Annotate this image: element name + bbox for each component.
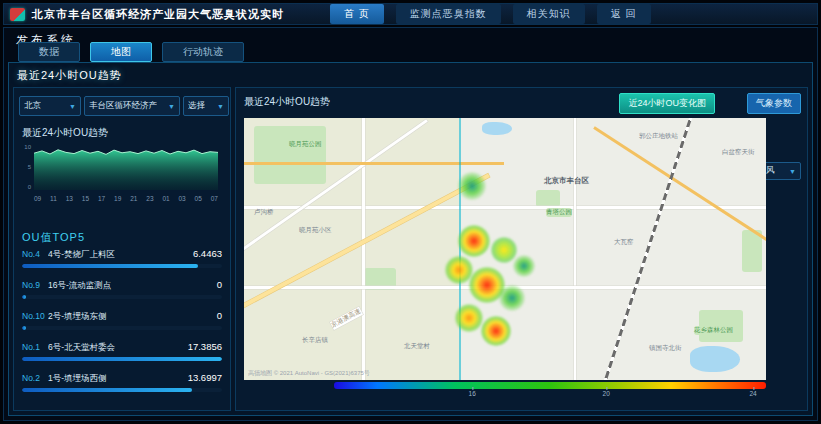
map-water-area (690, 346, 740, 372)
map-canvas[interactable]: 高德地图 © 2021 AutoNavi - GS(2021)6375号 晓月苑… (244, 118, 766, 380)
y-axis-tick: 10 (24, 144, 31, 150)
station-select[interactable]: 选择 ▼ (183, 96, 229, 116)
district-select-value: 丰台区循环经济产 (89, 100, 157, 112)
rank-label: No.9 (22, 280, 48, 290)
chevron-down-icon: ▼ (789, 168, 796, 175)
map-label: 白盆窑天街 (722, 148, 755, 157)
map-panel-title: 最近24小时OU趋势 (244, 95, 330, 109)
ou-value: 0 (217, 279, 222, 290)
main-panel: 最近24小时OU趋势 北京 ▼ 丰台区循环经济产 ▼ 选择 ▼ 最近24小时OU… (8, 62, 813, 416)
list-item[interactable]: No.10 2号-填埋场东侧 0 (22, 310, 222, 330)
heatmap-blob (499, 285, 525, 311)
x-axis-tick: 13 (66, 195, 73, 202)
map-label: 郭公庄地铁站 (639, 132, 678, 141)
nav-item-back[interactable]: 返 回 (597, 4, 651, 24)
trend-chart: 1050 091113151719212301030507 (18, 142, 228, 220)
ou-value: 0 (217, 310, 222, 321)
legend-ticks: 162024 (334, 389, 766, 399)
list-item[interactable]: No.2 1号-填埋场西侧 13.6997 (22, 372, 222, 392)
road (574, 118, 576, 380)
x-axis-tick: 19 (114, 195, 121, 202)
district-boundary-line (459, 118, 461, 380)
trend-area-chart (34, 144, 218, 190)
ou-value: 13.6997 (188, 372, 222, 383)
city-select-value: 北京 (24, 100, 41, 112)
chevron-down-icon: ▼ (217, 103, 224, 110)
tab-trajectory[interactable]: 行动轨迹 (162, 42, 244, 62)
progress-track (22, 388, 222, 392)
top-bar: 北京市丰台区循环经济产业园大气恶臭状况实时 首 页 监测点恶臭指数 相关知识 返… (3, 3, 818, 25)
heatmap-blob (491, 237, 517, 263)
progress-track (22, 264, 222, 268)
nav-item-home[interactable]: 首 页 (330, 4, 384, 24)
progress-fill (22, 326, 26, 330)
map-panel: 最近24小时OU趋势 近24小时OU变化图 气象参数 风 ▼ (235, 87, 808, 411)
station-select-value: 选择 (188, 100, 205, 112)
progress-track (22, 326, 222, 330)
y-axis-labels: 1050 (18, 144, 31, 190)
panel-title: 最近24小时OU趋势 (17, 68, 122, 83)
station-name: 6号-北天堂村委会 (48, 342, 188, 354)
chevron-down-icon: ▼ (69, 103, 76, 110)
progress-fill (22, 264, 198, 268)
district-select[interactable]: 丰台区循环经济产 ▼ (84, 96, 180, 116)
map-label: 北京市丰台区 (544, 176, 589, 186)
progress-fill (22, 295, 26, 299)
ou-change-map-button[interactable]: 近24小时OU变化图 (619, 93, 715, 114)
nav-item-knowledge[interactable]: 相关知识 (513, 4, 585, 24)
heatmap-blob (513, 255, 535, 277)
x-axis-tick: 09 (34, 195, 41, 202)
x-axis-labels: 091113151719212301030507 (34, 195, 218, 202)
chevron-down-icon: ▼ (168, 103, 175, 110)
nav-item-odor-index[interactable]: 监测点恶臭指数 (396, 4, 501, 24)
legend-tick-label: 16 (469, 390, 476, 397)
x-axis-tick: 01 (162, 195, 169, 202)
legend-tick-label: 24 (749, 390, 756, 397)
station-name: 2号-填埋场东侧 (48, 311, 217, 323)
station-name: 1号-填埋场西侧 (48, 373, 188, 385)
x-axis-tick: 03 (179, 195, 186, 202)
map-attribution: 高德地图 © 2021 AutoNavi - GS(2021)6375号 (248, 369, 370, 378)
legend-tick-label: 20 (603, 390, 610, 397)
wind-select[interactable]: 风 ▼ (761, 162, 801, 180)
heatmap-blob (469, 267, 505, 303)
heatmap-blob (458, 225, 490, 257)
road (244, 206, 766, 209)
main-nav: 首 页 监测点恶臭指数 相关知识 返 回 (330, 4, 651, 24)
rank-label: No.10 (22, 311, 48, 321)
filter-bar: 北京 ▼ 丰台区循环经济产 ▼ 选择 ▼ (19, 96, 229, 116)
map-park-area (699, 310, 743, 342)
ou-value: 17.3856 (188, 341, 222, 352)
rank-label: No.2 (22, 373, 48, 383)
ou-value: 6.4463 (193, 248, 222, 259)
map-water-area (482, 122, 512, 135)
progress-fill (22, 357, 222, 361)
city-select[interactable]: 北京 ▼ (19, 96, 81, 116)
map-park-area (536, 190, 560, 207)
y-axis-tick: 5 (28, 164, 31, 170)
road (244, 286, 766, 289)
tab-data[interactable]: 数据 (18, 42, 80, 62)
y-axis-tick: 0 (28, 184, 31, 190)
progress-track (22, 295, 222, 299)
app-title: 北京市丰台区循环经济产业园大气恶臭状况实时 (32, 7, 284, 22)
list-item[interactable]: No.4 4号-焚烧厂上料区 6.4463 (22, 248, 222, 268)
map-park-area (254, 126, 326, 184)
x-axis-tick: 07 (211, 195, 218, 202)
progress-fill (22, 388, 192, 392)
x-axis-tick: 21 (130, 195, 137, 202)
rank-label: No.1 (22, 342, 48, 352)
list-item[interactable]: No.9 16号-流动监测点 0 (22, 279, 222, 299)
map-label: 青塔公园 (546, 208, 572, 217)
list-item[interactable]: No.1 6号-北天堂村委会 17.3856 (22, 341, 222, 361)
progress-track (22, 357, 222, 361)
top5-list: No.4 4号-焚烧厂上料区 6.4463 No.9 16号-流动监测点 0 (22, 248, 222, 403)
map-label: 镇国寺北街 (649, 344, 682, 353)
rank-label: No.4 (22, 249, 48, 259)
station-name: 16号-流动监测点 (48, 280, 217, 292)
weather-params-button[interactable]: 气象参数 (747, 93, 801, 114)
station-name: 4号-焚烧厂上料区 (48, 249, 193, 261)
top5-title: OU值TOP5 (22, 230, 85, 245)
content-frame: 发布系统 数据 地图 行动轨迹 最近24小时OU趋势 北京 ▼ 丰台区循环经济产… (3, 27, 818, 421)
tab-map[interactable]: 地图 (90, 42, 152, 62)
